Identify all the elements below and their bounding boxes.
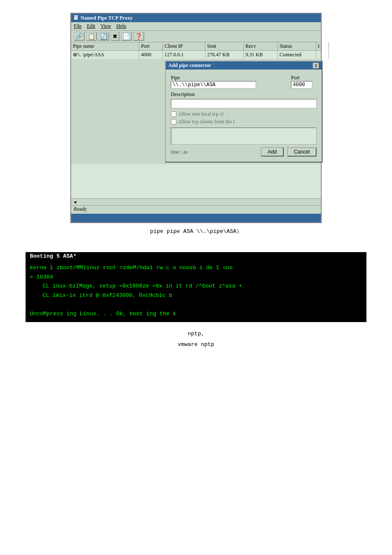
toolbar-btn-5[interactable]: ❓ <box>133 32 144 41</box>
cell-recv: 9.31 KB <box>244 51 278 59</box>
below-terminal-2-text: vmware nptp <box>178 341 214 348</box>
boot-title-bar: Booting 5 ASA* <box>26 252 366 260</box>
checkbox-row-2: Allow tcp clients from the l <box>171 119 317 125</box>
col-i: I <box>316 42 329 50</box>
pipe-input[interactable] <box>171 81 256 89</box>
toolbar-btn-4[interactable]: 📄 <box>121 32 132 41</box>
port-label: Port <box>291 75 317 81</box>
below-terminal: nptp, <box>26 331 366 337</box>
modal-titlebar: Add pipe connector X <box>166 61 322 70</box>
window-caption: pipe pipe ASA \\.\pipe\ASA） <box>26 227 366 235</box>
clients-textarea[interactable] <box>171 128 317 145</box>
status-bar: Ready <box>71 205 321 213</box>
port-input[interactable] <box>291 81 312 89</box>
boot-line-1: = 16384 <box>30 273 362 282</box>
boot-line-0: kerne 1 zboot/MMlinuz root =zdeM/hda1 rw… <box>30 264 362 272</box>
menu-view[interactable]: View <box>101 23 111 29</box>
cell-port: 4000 <box>139 51 163 59</box>
proxy-window: 🖥 Named Pipe TCP Proxy File Edit View He… <box>70 13 322 223</box>
toolbar-btn-2[interactable]: 🔄 <box>98 32 109 41</box>
checkbox-clients-label: Allow tcp clients from the l <box>178 119 234 125</box>
checkbox-row-1: Allow non local tcp cl <box>171 111 317 117</box>
cancel-button[interactable]: Cancel <box>287 147 317 157</box>
title-icon: 🖥 <box>73 15 79 21</box>
cell-sent: 278.47 KB <box>205 51 244 59</box>
boot-line-2: CL inux-bzIMage, setup =0x1800ze =0x in … <box>30 282 362 291</box>
modal-title: Add pipe connector <box>168 62 211 69</box>
cell-status: Connected <box>278 51 316 59</box>
toolbar-btn-0[interactable]: 🔗 <box>74 32 84 41</box>
menu-file[interactable]: File <box>74 23 82 29</box>
col-recv: Recv <box>244 42 278 50</box>
cell-i <box>316 51 329 59</box>
scroll-left-arrow[interactable]: ◄ <box>71 200 79 204</box>
blue-highlight-bar <box>71 214 321 222</box>
checkbox-clients[interactable] <box>171 119 176 125</box>
toolbar-btn-3[interactable]: ✖ <box>111 32 119 41</box>
boot-section: Booting 5 ASA* kerne 1 zboot/MMlinuz roo… <box>26 252 366 322</box>
dialog-buttons: Add Cancel <box>261 147 317 157</box>
empty-rows <box>71 164 321 198</box>
col-sent: Sent <box>205 42 244 50</box>
below-terminal-2: vmware nptp <box>26 341 366 348</box>
cell-client-ip: 127.0.0.1 <box>163 51 205 59</box>
modal-body: Pipe Port Description All <box>169 73 318 158</box>
below-terminal-text: nptp, <box>187 331 204 337</box>
add-pipe-dialog: Add pipe connector X Pipe Port <box>165 61 323 163</box>
window-title: Named Pipe TCP Proxy <box>81 15 133 21</box>
modal-close-button[interactable]: X <box>313 63 319 69</box>
boot-line-3: CL imix-in itrd @ 0xf243000, 0xc9cblc b <box>30 291 362 300</box>
dialog-bottom-row: (use ; as Add Cancel <box>171 147 317 157</box>
description-label: Description <box>171 91 317 98</box>
description-input[interactable] <box>171 99 317 108</box>
table-row: ⊕\\. \pipe\ASA 4000 127.0.0.1 278.47 KB … <box>71 51 321 59</box>
pipe-port-row: Pipe Port <box>171 75 317 89</box>
col-client-ip: Client IP <box>163 42 205 50</box>
use-label: (use ; as <box>171 149 187 155</box>
boot-line-4 <box>30 300 362 309</box>
add-button[interactable]: Add <box>261 147 283 157</box>
pipe-label: Pipe <box>171 75 288 81</box>
caption-text: pipe pipe ASA \\.\pipe\ASA） <box>150 228 242 235</box>
toolbar-btn-1[interactable]: 📋 <box>86 32 97 41</box>
boot-line-5: UncoMpress ing Linux. . . Ok, boot ing t… <box>30 310 362 318</box>
window-titlebar: 🖥 Named Pipe TCP Proxy <box>71 14 321 22</box>
window-toolbar: 🔗 📋 🔄 ✖ 📄 ❓ <box>71 31 321 42</box>
boot-terminal: kerne 1 zboot/MMlinuz root =zdeM/hda1 rw… <box>26 260 366 322</box>
menu-edit[interactable]: Edit <box>87 23 95 29</box>
col-status: Status <box>278 42 316 50</box>
status-text: Ready <box>74 206 87 212</box>
scrollbar[interactable]: ◄ <box>71 198 321 205</box>
window-menubar: File Edit View Help <box>71 22 321 31</box>
checkbox-nonlocal[interactable] <box>171 111 176 117</box>
menu-help[interactable]: Help <box>116 23 126 29</box>
col-pipe-name: Pipe name <box>71 42 139 50</box>
cell-pipe: ⊕\\. \pipe\ASA <box>71 51 139 59</box>
modal-overlay: Add pipe connector X Pipe Port <box>71 61 321 163</box>
col-port: Port <box>139 42 163 50</box>
checkbox-nonlocal-label: Allow non local tcp cl <box>178 111 224 117</box>
table-header: Pipe name Port Client IP Sent Recv Statu… <box>71 42 321 51</box>
